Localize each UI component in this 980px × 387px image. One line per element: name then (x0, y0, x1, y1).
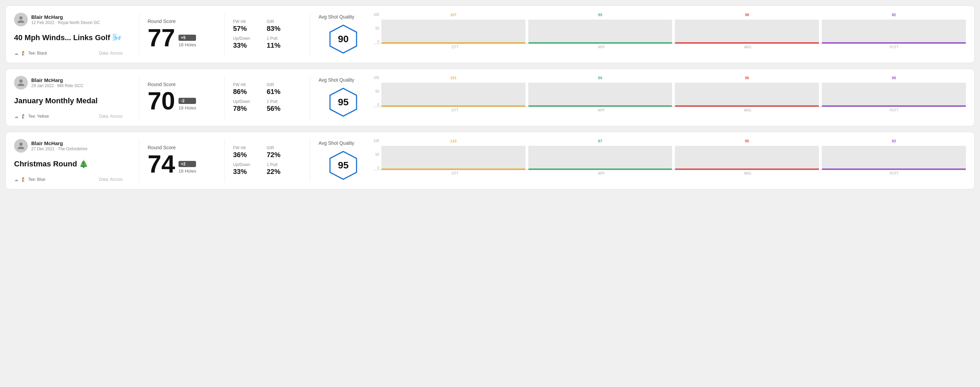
bar-fill (675, 42, 819, 44)
left-section: Blair McHarg12 Feb 2022 · Royal North De… (14, 13, 131, 56)
stat-item-3: 1 Putt22% (267, 162, 293, 176)
bar-group-2: 95 (675, 139, 819, 170)
x-label: ARG (676, 108, 820, 112)
bar-fill (528, 42, 673, 44)
score-badge-col: +218 Holes (178, 161, 196, 176)
bar-fill (381, 168, 525, 170)
score-label: Round Score (148, 145, 208, 150)
stat-value: 11% (267, 41, 293, 49)
quality-section: Avg Shot Quality 95 (318, 76, 374, 119)
weather-icon: ☁ (14, 51, 19, 56)
quality-score: 95 (338, 97, 348, 108)
tee-label: Tee: Black (28, 51, 47, 56)
quality-section: Avg Shot Quality 90 (318, 13, 374, 56)
score-row: 74+218 Holes (148, 152, 208, 176)
stats-section: FW Hit86%GIR61%Up/Down78%1 Putt56% (233, 76, 302, 119)
stat-value: 33% (233, 168, 260, 176)
bar-fill (528, 105, 673, 107)
bar-bg (528, 146, 673, 170)
x-label: ARG (676, 45, 820, 49)
left-section: Blair McHarg27 Dec 2021 · The Oxfordshir… (14, 139, 131, 182)
divider-stats (310, 139, 310, 182)
bars-area: 107959882 (381, 13, 966, 44)
x-label: PUTT (822, 45, 966, 49)
bars-area: 101869699 (381, 76, 966, 107)
x-labels: OTTAPPARGPUTT (374, 108, 966, 112)
bar-value-label: 101 (450, 76, 456, 80)
score-section: Round Score77+518 Holes (148, 13, 216, 56)
chart-inner: 100500107959882 (374, 13, 966, 44)
divider-score (224, 139, 225, 182)
stat-value: 86% (233, 88, 260, 96)
divider-score (224, 76, 225, 119)
bar-group-3: 93 (822, 139, 966, 170)
bar-value-label: 95 (745, 139, 749, 143)
bar-bg (675, 146, 819, 170)
x-label: APP (530, 45, 673, 49)
stats-grid: FW Hit86%GIR61%Up/Down78%1 Putt56% (233, 82, 293, 113)
stat-item-3: 1 Putt11% (267, 36, 293, 49)
stat-item-2: Up/Down33% (233, 162, 260, 176)
stat-label: 1 Putt (267, 99, 293, 104)
quality-score: 90 (338, 33, 348, 44)
stats-grid: FW Hit36%GIR72%Up/Down33%1 Putt22% (233, 146, 293, 176)
quality-label: Avg Shot Quality (318, 77, 354, 82)
score-badge: +2 (178, 161, 196, 167)
hexagon-container: 95 (318, 87, 368, 118)
user-info: Blair McHarg27 Dec 2021 · The Oxfordshir… (31, 140, 88, 151)
score-section: Round Score74+218 Holes (148, 139, 216, 182)
quality-label: Avg Shot Quality (318, 140, 354, 146)
bar-group-0: 110 (381, 139, 525, 170)
user-header: Blair McHarg12 Feb 2022 · Royal North De… (14, 13, 123, 26)
score-number: 74 (148, 152, 175, 176)
bar-fill (528, 168, 673, 170)
score-badge: +5 (178, 35, 196, 41)
hexagon: 95 (328, 150, 359, 181)
score-number: 77 (148, 25, 175, 50)
stat-label: FW Hit (233, 82, 260, 87)
score-row: 70-218 Holes (148, 89, 208, 113)
bar-group-3: 82 (822, 13, 966, 44)
stat-label: GIR (267, 19, 293, 24)
stat-value: 36% (233, 151, 260, 159)
bar-value-label: 82 (892, 13, 896, 17)
stat-item-2: Up/Down78% (233, 99, 260, 113)
bar-bg (381, 146, 525, 170)
quality-section: Avg Shot Quality 95 (318, 139, 374, 182)
divider-stats (310, 13, 310, 56)
bar-bg (675, 19, 819, 44)
bar-group-1: 86 (528, 76, 673, 107)
bar-bg (381, 19, 525, 44)
stat-label: FW Hit (233, 19, 260, 24)
x-labels: OTTAPPARGPUTT (374, 45, 966, 49)
stat-label: 1 Putt (267, 36, 293, 41)
bar-bg (822, 19, 966, 44)
tee-info: ☁ 🏌 Tee: Black (14, 51, 47, 56)
divider-stats (310, 76, 310, 119)
user-header: Blair McHarg29 Jan 2022 · Mill Ride GCC (14, 76, 123, 90)
round-title: Christmas Round 🎄 (14, 160, 123, 168)
stats-section: FW Hit36%GIR72%Up/Down33%1 Putt22% (233, 139, 302, 182)
bar-fill (675, 105, 819, 107)
user-date-course: 29 Jan 2022 · Mill Ride GCC (31, 83, 83, 88)
score-holes: 18 Holes (178, 105, 196, 111)
bar-value-label: 110 (450, 139, 456, 143)
y-label: 0 (374, 40, 379, 44)
round-title: 40 Mph Winds... Links Golf 🌬️ (14, 33, 123, 42)
avatar (14, 13, 28, 26)
divider-left (139, 13, 139, 56)
x-label: PUTT (822, 108, 966, 112)
bar-fill (381, 105, 525, 107)
chart-inner: 100500110879593 (374, 139, 966, 170)
y-label: 50 (374, 26, 379, 30)
footer-row: ☁ 🏌 Tee: BlackData: Arccos (14, 51, 123, 56)
round-title: January Monthly Medal (14, 97, 123, 105)
stat-label: Up/Down (233, 36, 260, 41)
bar-value-label: 99 (892, 76, 896, 80)
y-axis: 100500 (374, 76, 381, 107)
bar-value-label: 98 (745, 13, 749, 17)
x-label: APP (530, 108, 673, 112)
user-date-course: 12 Feb 2022 · Royal North Devon GC (31, 20, 100, 25)
stat-item-1: GIR72% (267, 146, 293, 159)
user-name: Blair McHarg (31, 14, 100, 20)
